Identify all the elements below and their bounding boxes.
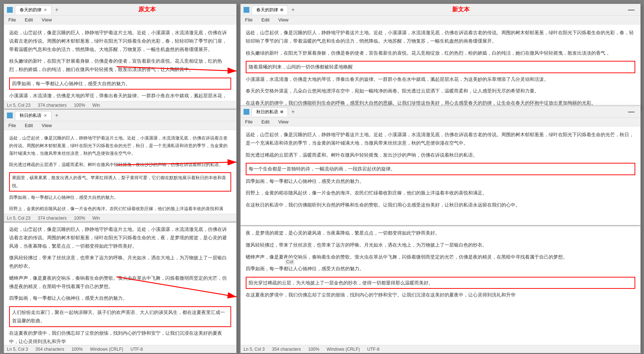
dot-indicator xyxy=(280,8,283,11)
para2-new: 枝头嫩绿的新叶，在阳光下舒展着身躯，仿佛是春的使者，宣告着新生的喜悦。花儿竞相绽… xyxy=(246,49,635,58)
an-para1: 远处，山峦起伏，像是沉睡的巨人，静静地守护着这片土地。近处，小溪潺潺，水流清澈见… xyxy=(246,131,635,148)
sn-status-encoding: UTF-8 xyxy=(367,347,379,352)
tab-close-autumn[interactable]: ✕ xyxy=(44,113,47,118)
window-autumn-new: 秋日的私语 + — File Edit View 远处，山峦起伏，像是沉睡的巨人… xyxy=(240,106,641,226)
orig-label: 原文本 xyxy=(60,4,233,15)
ao-para3: 四季如画，每一季都让人心驰神往，感受大自然的魅力。 xyxy=(9,194,231,201)
status-bar-spring-orig: Ln 5, Col 23 374 characters 100% Win xyxy=(4,101,236,109)
an-para5: 在这秋日的私语中，我们仿佛能听到大自然的呼唤和生命的赞歌。让我们用心去感受这份美… xyxy=(246,201,635,209)
menu-view-an[interactable]: View xyxy=(277,118,290,125)
file-icon-autumn xyxy=(7,113,13,118)
an-highlight1: 每一个生命都是一首独特的诗，一幅流动的画，一段跌宕起伏的旋律。 xyxy=(246,163,635,175)
so-para3: 蟋蟀声声，像是夏夜的交响乐，奏响着生命的赞歌。萤火虫在草丛中飞舞，闪烁着微弱而坚… xyxy=(9,274,231,291)
so-para4: 四季如画，每一季都让人心驰神往，感受大自然的魅力。 xyxy=(9,294,231,303)
minimize-autumn-new[interactable]: — xyxy=(625,108,637,115)
ao-para2: 阳光透过稀疏的云层洒下，温暖而柔和。树叶在微风中轻轻摇曳，发出沙沙的声响，仿佛在… xyxy=(9,161,231,169)
tab-group-new: 春天的韵律 + xyxy=(252,5,297,14)
editor-summer-orig[interactable]: 远处，山峦起伏，像是沉睡的巨人，静静地守护着这片土地。近处，小溪潺潺，水流清澈见… xyxy=(4,223,236,345)
tab-autumn-new[interactable]: 秋日的私语 xyxy=(252,107,288,116)
para2: 枝头嫩绿的新叶，在阳光下舒展着身躯，仿佛是春的使者，宣告着新生的喜悦。花儿竞相绽… xyxy=(9,57,231,74)
menu-file-an[interactable]: File xyxy=(244,118,254,125)
editor-summer-new[interactable]: 夜，是梦境的摇篮，是心灵的避风港，当夜幕降临，繁星点点，一切都变得如此宁静而美好… xyxy=(241,226,640,345)
title-bar-spring-orig: 春天的韵律 ✕ + 原文本 xyxy=(4,4,236,16)
tab-add-new-button[interactable]: + xyxy=(289,6,297,13)
window-summer-new: 夜，是梦境的摇篮，是心灵的避风港，当夜幕降临，繁星点点，一切都变得如此宁静而美好… xyxy=(240,226,641,353)
menu-view-ao[interactable]: View xyxy=(40,122,53,129)
menu-file-ao[interactable]: File xyxy=(7,122,17,129)
sn-para3: 蟋蟀声声，像是夏夜的交响乐，奏响着生命的赞歌。萤火虫在草丛中飞舞，闪烁着微弱而坚… xyxy=(246,253,635,261)
col-indicator: Col xyxy=(285,258,295,265)
sn-para1: 夜，是梦境的摇篮，是心灵的避风港，当夜幕降临，繁星点点，一切都变得如此宁静而美好… xyxy=(246,229,635,237)
menu-bar-autumn-new: File Edit View xyxy=(241,118,640,126)
sn-status-ln: Ln 5, Col 3 xyxy=(244,347,265,352)
title-bar-autumn-orig: 秋日的私语 ✕ + xyxy=(4,110,236,121)
ao-status-zoom: 100% xyxy=(74,216,85,221)
tab-group: 春天的韵律 ✕ + xyxy=(15,5,60,14)
so-highlight-text: 人们纷纷走出家门，聚在一起纳凉聊天。孩子们的欢声英语、大人们的谈笑风生，都在这夏… xyxy=(12,310,225,323)
editor-spring-new[interactable]: 远处，山峦起伏，像是沉睡的巨人，静静地守护着这片土地。近处，小溪潺潺，水流清澈见… xyxy=(241,24,640,109)
new-label: 新文本 xyxy=(297,4,625,15)
title-bar-autumn-new: 秋日的私语 + — xyxy=(241,106,640,118)
ao-para4: 田野上，金黄的稻谷随风起伏，像一片金色的海洋。农民们忙碌着收割庄稼，他们的脸上洋… xyxy=(9,205,231,214)
menu-edit-new[interactable]: Edit xyxy=(260,16,271,23)
file-icon xyxy=(7,7,13,13)
highlight1: 四季如画，每一季都让人心驰神往，感受大自然的魅力。 xyxy=(9,78,231,90)
sn-highlight-text: 阳光穿过稀疏的云层，为大地披上了一层金色的纱衣，使得一切都显得那么温暖而美好。 xyxy=(249,280,433,286)
tab-label-autumn-new: 秋日的私语 xyxy=(256,109,278,115)
so-status-zoom: 100% xyxy=(71,347,83,352)
menu-file-new[interactable]: File xyxy=(244,16,254,23)
file-icon-new xyxy=(244,7,249,13)
menu-edit[interactable]: Edit xyxy=(23,16,34,23)
tab-label-autumn: 秋日的私语 xyxy=(20,113,42,119)
sn-para2: 微风轻轻拂过，带来了丝丝凉意，也带来了远方的呼唤。月光如水，洒在大地上，为万物披… xyxy=(246,241,635,249)
ao-highlight1: 果园里，硕果累累，散发出诱人的香气。苹果红得诱人，梨子黄得可爱，它们都在默默地展… xyxy=(9,172,231,192)
menu-bar-spring-new: File Edit View xyxy=(241,16,640,24)
window-spring-new: 春天的韵律 + 新文本 — File Edit View 远处，山峦起伏，像是沉… xyxy=(240,4,641,109)
highlight-text: 四季如画，每一季都让人心驰神往，感受大自然的魅力。 xyxy=(12,81,130,86)
tab-spring-new[interactable]: 春天的韵律 xyxy=(252,5,288,14)
ao-status-chars: 374 characters xyxy=(38,216,67,221)
so-status-chars: 354 characters xyxy=(35,347,64,352)
status-bar-summer-new: Ln 5, Col 3 354 characters 100% Windows … xyxy=(241,345,640,353)
tab-add-button[interactable]: + xyxy=(53,6,60,13)
an-highlight-text: 每一个生命都是一首独特的诗，一幅流动的画，一段跌宕起伏的旋律。 xyxy=(249,166,395,172)
editor-spring-orig[interactable]: 远处，山峦起伏，像是沉睡的巨人，静静地守护着这片土地。近处，小溪潺潺，水流清澈见… xyxy=(4,24,236,101)
an-para2: 阳光透过稀疏的云层洒下，温暖而柔和。树叶在微风中轻轻摇曳，发出沙沙的声响，仿佛在… xyxy=(246,151,635,160)
tab-group-autumn-new: 秋日的私语 + xyxy=(252,107,297,116)
ao-para1: 远处，山峦起伏，像是沉睡的巨人，静静地守护着这片土地。近处，小溪潺潺，水流清澈见… xyxy=(9,134,231,157)
status-bar-autumn-orig: Ln 5, Col 23 374 characters 100% Win xyxy=(4,214,236,222)
status-chars: 374 characters xyxy=(38,103,67,108)
dot-indicator-an xyxy=(280,110,283,113)
para3-new: 小溪潺潺，水流清澈，仿佛是大地的琴弦，弹奏出春天的旋律。一群群小鱼在水中嬉戏，溅… xyxy=(246,75,635,84)
editor-autumn-new[interactable]: 远处，山峦起伏，像是沉睡的巨人，静静地守护着这片土地。近处，小溪潺潺，水流清澈见… xyxy=(241,126,640,225)
status-bar-summer-orig: Ln 5, Col 3 354 characters 100% Windows … xyxy=(4,345,236,353)
status-ln-col: Ln 5, Col 23 xyxy=(7,103,31,108)
ao-status-ln: Ln 5, Col 23 xyxy=(7,216,31,221)
minimize-button[interactable]: — xyxy=(625,6,637,13)
status-mode: Win xyxy=(92,103,100,108)
highlight-text-new: 随着晨曦的到来，山间的一切仿佛都被轻柔地唤醒 xyxy=(249,64,353,70)
tab-label-new: 春天的韵律 xyxy=(256,7,278,13)
menu-edit-an[interactable]: Edit xyxy=(260,118,271,125)
sn-para5: 在这夏夜的梦境中，我们仿佛忘却了尘世的烦恼，找到内心的宁静和安宁。让我们沉浸在这… xyxy=(246,291,635,299)
para3: 小溪潺潺，水流清澈，仿佛是大地的琴弦，弹奏出春天的旋律。一群群小鱼在水中嬉戏，溅… xyxy=(9,92,231,101)
para1-new: 远处，山峦起伏，像是沉睡的巨人，静静地守护着这片土地。近处，小溪潺潺，水流清澈见… xyxy=(246,29,635,46)
menu-file[interactable]: File xyxy=(7,16,17,23)
tab-add-autumn[interactable]: + xyxy=(53,112,60,119)
tab-add-autumn-new[interactable]: + xyxy=(289,108,297,115)
window-autumn-orig: 秋日的私语 ✕ + File Edit View 远处，山峦起伏，像是沉睡的巨人… xyxy=(4,109,237,222)
ao-status-mode: Win xyxy=(92,216,100,221)
tab-spring[interactable]: 春天的韵律 ✕ xyxy=(15,5,52,14)
tab-close-button[interactable]: ✕ xyxy=(44,8,47,12)
tab-autumn[interactable]: 秋日的私语 ✕ xyxy=(15,111,52,120)
menu-view-new[interactable]: View xyxy=(277,16,290,23)
menu-view[interactable]: View xyxy=(40,16,53,23)
an-para4: 田野上，金黄的稻谷随风起伏，像一片金色的海洋。农民们忙碌着收割庄稼，他们的脸上洋… xyxy=(246,189,635,197)
editor-autumn-orig[interactable]: 远处，山峦起伏，像是沉睡的巨人，静静地守护着这片土地。近处，小溪潺潺，水流清澈见… xyxy=(4,130,236,214)
status-zoom: 100% xyxy=(74,103,85,108)
window-spring-orig: 春天的韵律 ✕ + 原文本 File Edit View 远处，山峦起伏，像是沉… xyxy=(4,4,237,109)
menu-edit-ao[interactable]: Edit xyxy=(23,122,34,129)
window-summer-orig: 远处，山峦起伏，像是沉睡的巨人，静静地守护着这片土地。近处，小溪潺潺，水流清澈见… xyxy=(4,222,237,353)
sn-highlight1: 阳光穿过稀疏的云层，为大地披上了一层金色的纱衣，使得一切都显得那么温暖而美好。 xyxy=(246,277,635,289)
tab-label: 春天的韵律 xyxy=(20,7,42,13)
